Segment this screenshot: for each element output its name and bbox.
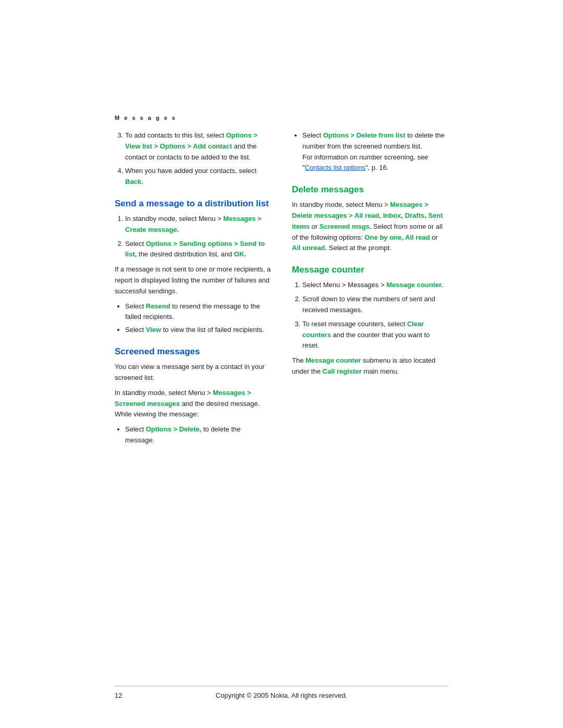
send-message-list: In standby mode, select Menu > Messages …	[115, 214, 271, 260]
send-para: If a message is not sent to one or more …	[115, 264, 271, 297]
message-counter-title: Message counter	[292, 264, 448, 276]
delete-from-list-option: Options > Delete from list	[323, 131, 406, 139]
right-column: Select Options > Delete from list to del…	[292, 130, 448, 450]
screened-bullet-1: Select Options > Delete, to delete the m…	[125, 424, 271, 446]
intro-item-4: When you have added your contacts, selec…	[125, 166, 271, 188]
delete-options: One by one, All read	[364, 233, 430, 241]
clear-counters-option: Clear counters	[302, 320, 424, 339]
all-unread-option: All unread.	[292, 244, 327, 252]
counter-step-2: Scroll down to view the numbers of sent …	[302, 294, 448, 316]
screened-delete-option: Options > Delete,	[146, 425, 202, 433]
send-bullet-1: Select Resend to resend the message to t…	[125, 301, 271, 323]
two-column-layout: To add contacts to this list, select Opt…	[115, 130, 448, 450]
message-counter-ref: Message counter	[305, 356, 361, 364]
intro-item-3: To add contacts to this list, select Opt…	[125, 130, 271, 163]
content-area: M e s s a g e s To add contacts to this …	[115, 115, 448, 676]
right-bullet-1: Select Options > Delete from list to del…	[302, 130, 448, 174]
counter-note: The Message counter submenu is also loca…	[292, 355, 448, 377]
page: M e s s a g e s To add contacts to this …	[0, 0, 563, 728]
send-message-title: Send a message to a distribution list	[115, 198, 271, 209]
screened-msgs-option: Screened msgs.	[320, 223, 372, 230]
call-register-ref: Call register	[323, 367, 362, 375]
counter-step-1: Select Menu > Messages > Message counter…	[302, 280, 448, 291]
screened-messages-title: Screened messages	[115, 346, 271, 357]
screened-para-1: You can view a message sent by a contact…	[115, 362, 271, 384]
delete-para: In standby mode, select Menu > Messages …	[292, 200, 448, 254]
screened-para-2: In standby mode, select Menu > Messages …	[115, 388, 271, 420]
send-step-2: Select Options > Sending options > Send …	[125, 239, 271, 261]
left-column: To add contacts to this list, select Opt…	[115, 130, 271, 450]
send-step-2-ok: OK.	[234, 250, 246, 258]
message-counter-list: Select Menu > Messages > Message counter…	[292, 280, 448, 351]
send-step-1-menu: Messages > Create message.	[125, 215, 262, 233]
send-step-1: In standby mode, select Menu > Messages …	[125, 214, 271, 236]
send-bullets: Select Resend to resend the message to t…	[115, 301, 271, 336]
footer-line	[115, 686, 448, 686]
copyright: Copyright © 2005 Nokia. All rights reser…	[216, 692, 347, 699]
view-option: View	[146, 326, 161, 334]
screened-menu: Messages > Screened messages	[115, 389, 251, 408]
message-counter-menu: Message counter.	[386, 281, 443, 289]
delete-messages-title: Delete messages	[292, 184, 448, 195]
messages-header: M e s s a g e s	[115, 115, 448, 121]
contacts-list-link[interactable]: Contacts list options	[305, 164, 365, 171]
footer: 12 Copyright © 2005 Nokia. All rights re…	[115, 692, 448, 699]
resend-option: Resend	[146, 302, 170, 310]
counter-step-3: To reset message counters, select Clear …	[302, 319, 448, 351]
page-number: 12	[115, 692, 122, 699]
right-bullets-intro: Select Options > Delete from list to del…	[292, 130, 448, 174]
intro-list: To add contacts to this list, select Opt…	[115, 130, 271, 188]
screened-bullets: Select Options > Delete, to delete the m…	[115, 424, 271, 446]
send-bullet-2: Select View to view the list of failed r…	[125, 325, 271, 336]
